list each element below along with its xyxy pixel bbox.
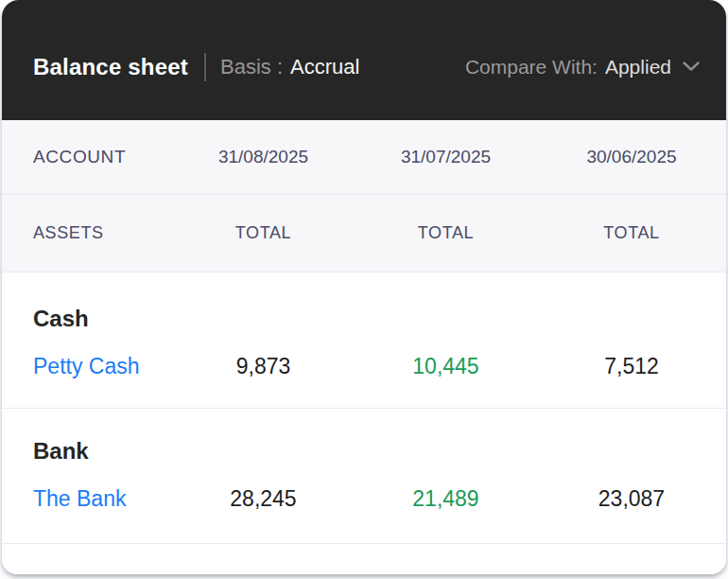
cell-value: 10,445 (355, 352, 537, 380)
account-link-the-bank[interactable]: The Bank (33, 484, 172, 513)
report-header: Balance sheet Basis : Accrual Compare Wi… (2, 0, 726, 120)
table-header-totals: ASSETS TOTAL TOTAL TOTAL (2, 195, 726, 272)
page-title: Balance sheet (33, 54, 188, 80)
section-bank: Bank The Bank 28,245 21,489 23,087 (2, 409, 726, 544)
balance-sheet-card: Balance sheet Basis : Accrual Compare Wi… (2, 0, 726, 574)
column-header-date-1: 31/08/2025 (172, 147, 355, 167)
section-heading: Cash (2, 305, 726, 333)
column-header-assets: ASSETS (33, 223, 172, 243)
column-header-total-1: TOTAL (172, 223, 355, 243)
table-header-dates: ACCOUNT 31/08/2025 31/07/2025 30/06/2025 (2, 120, 726, 195)
column-header-date-3: 30/06/2025 (537, 147, 726, 167)
account-link-petty-cash[interactable]: Petty Cash (33, 352, 172, 380)
chevron-down-icon (683, 61, 700, 72)
compare-with-dropdown[interactable]: Compare With: Applied (465, 56, 700, 79)
table-row: The Bank 28,245 21,489 23,087 (2, 484, 726, 513)
header-divider (204, 53, 206, 81)
table-row: Petty Cash 9,873 10,445 7,512 (2, 352, 726, 380)
section-heading: Bank (2, 437, 726, 465)
cell-value: 7,512 (537, 352, 726, 380)
card-footer-space (2, 544, 726, 574)
cell-value: 21,489 (355, 484, 537, 513)
section-cash: Cash Petty Cash 9,873 10,445 7,512 (2, 272, 726, 409)
column-header-account: ACCOUNT (33, 147, 172, 167)
column-header-date-2: 31/07/2025 (355, 147, 537, 167)
compare-with-label: Compare With: (465, 56, 598, 79)
column-header-total-3: TOTAL (537, 223, 726, 243)
basis-value: Accrual (290, 55, 359, 79)
compare-with-value: Applied (605, 56, 671, 79)
basis-label: Basis : (220, 55, 283, 79)
cell-value: 9,873 (172, 352, 355, 380)
cell-value: 28,245 (172, 484, 355, 513)
column-header-total-2: TOTAL (355, 223, 537, 243)
cell-value: 23,087 (537, 484, 726, 513)
